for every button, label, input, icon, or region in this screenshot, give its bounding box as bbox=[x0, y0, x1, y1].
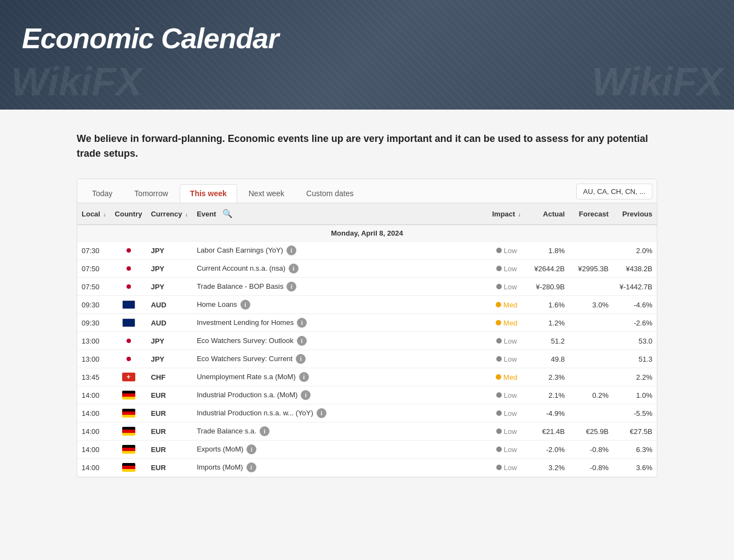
main-content: We believe in forward-planning. Economic… bbox=[66, 110, 668, 500]
cell-country bbox=[111, 332, 147, 350]
impact-label: Low bbox=[504, 247, 517, 255]
cell-forecast bbox=[569, 278, 613, 296]
info-button[interactable]: i bbox=[299, 372, 309, 382]
event-label: Home Loans bbox=[197, 300, 237, 308]
info-button[interactable]: i bbox=[246, 444, 256, 454]
cell-event: Imports (MoM)i bbox=[192, 459, 488, 477]
cell-forecast bbox=[569, 242, 613, 260]
cell-actual: 49.8 bbox=[525, 350, 569, 368]
flag-icon bbox=[122, 409, 135, 418]
cell-currency: EUR bbox=[146, 441, 192, 459]
cell-event: Sentix Investor Confidencei bbox=[192, 477, 488, 478]
impact-label: Low bbox=[504, 265, 517, 273]
cell-event: Current Account n.s.a. (nsa)i bbox=[192, 260, 488, 278]
impact-dot bbox=[496, 447, 502, 452]
cell-time: 07:50 bbox=[77, 260, 111, 278]
cell-impact: Med bbox=[488, 314, 525, 332]
info-button[interactable]: i bbox=[296, 354, 306, 364]
impact-dot bbox=[496, 465, 502, 470]
impact-dot bbox=[496, 392, 502, 398]
info-button[interactable]: i bbox=[297, 336, 307, 346]
cell-time: 14:00 bbox=[77, 459, 111, 477]
tab-next-week[interactable]: Next week bbox=[238, 184, 295, 202]
country-filter-button[interactable]: AU, CA, CH, CN, ... bbox=[576, 184, 652, 199]
calendar-container: Today Tomorrow This week Next week Custo… bbox=[77, 179, 657, 478]
cell-country bbox=[111, 422, 147, 441]
cell-previous: 2.0% bbox=[613, 242, 657, 260]
event-label: Investment Lending for Homes bbox=[197, 318, 294, 327]
tab-this-week[interactable]: This week bbox=[180, 184, 237, 203]
cell-currency: JPY bbox=[146, 278, 192, 296]
tabs-row: Today Tomorrow This week Next week Custo… bbox=[77, 179, 657, 203]
page-title: Economic Calendar bbox=[22, 22, 712, 55]
tab-tomorrow[interactable]: Tomorrow bbox=[124, 184, 178, 202]
event-label: Exports (MoM) bbox=[197, 445, 243, 453]
cell-country bbox=[111, 350, 147, 368]
event-label: Eco Watchers Survey: Outlook bbox=[197, 336, 294, 345]
flag-icon bbox=[122, 264, 135, 273]
flag-icon bbox=[122, 336, 135, 345]
info-button[interactable]: i bbox=[289, 264, 299, 273]
cell-currency: EUR bbox=[146, 386, 192, 404]
cell-currency: JPY bbox=[146, 350, 192, 368]
cell-event: Home Loansi bbox=[192, 296, 488, 314]
info-button[interactable]: i bbox=[286, 245, 296, 255]
info-button[interactable]: i bbox=[286, 282, 296, 292]
cell-event: Unemployment Rate s.a (MoM)i bbox=[192, 368, 488, 386]
info-button[interactable]: i bbox=[317, 408, 326, 418]
table-row: 09:30AUDHome LoansiMed1.6%3.0%-4.6% bbox=[77, 296, 657, 314]
impact-label: Med bbox=[503, 319, 517, 327]
cell-forecast bbox=[569, 477, 613, 478]
cell-currency: EUR bbox=[146, 477, 192, 478]
header-actual: Actual bbox=[525, 203, 569, 225]
cell-time: 14:00 bbox=[77, 386, 111, 404]
cell-currency: EUR bbox=[146, 404, 192, 422]
impact-label: Low bbox=[504, 355, 517, 363]
event-label: Imports (MoM) bbox=[197, 463, 243, 471]
cell-country bbox=[111, 260, 147, 278]
cell-actual: 2.1% bbox=[525, 386, 569, 404]
cell-previous: ¥438.2B bbox=[613, 260, 657, 278]
header-impact[interactable]: Impact ↓ bbox=[488, 203, 525, 225]
cell-currency: AUD bbox=[146, 314, 192, 332]
flag-icon bbox=[122, 427, 135, 436]
table-scroll-container[interactable]: Local ↓ Country Currency ↓ Event 🔍 bbox=[77, 203, 657, 477]
tab-today[interactable]: Today bbox=[82, 184, 123, 202]
info-button[interactable]: i bbox=[240, 300, 250, 310]
cell-time: 09:30 bbox=[77, 296, 111, 314]
info-button[interactable]: i bbox=[246, 462, 256, 472]
cell-country bbox=[111, 404, 147, 422]
cell-currency: EUR bbox=[146, 422, 192, 441]
flag-icon bbox=[122, 463, 135, 472]
impact-label: Low bbox=[504, 445, 517, 454]
cell-previous: -2.6% bbox=[613, 314, 657, 332]
impact-dot bbox=[496, 428, 502, 434]
event-search-icon[interactable]: 🔍 bbox=[222, 209, 233, 218]
flag-icon bbox=[122, 355, 135, 363]
event-label: Trade Balance s.a. bbox=[197, 427, 256, 435]
cell-time: 14:00 bbox=[77, 441, 111, 459]
cell-time: 07:30 bbox=[77, 242, 111, 260]
cell-forecast: 0.2% bbox=[569, 386, 613, 404]
cell-previous: 6.3% bbox=[613, 441, 657, 459]
cell-currency: CHF bbox=[146, 368, 192, 386]
table-row: 07:30JPYLabor Cash Earnings (YoY)iLow1.8… bbox=[77, 242, 657, 260]
currency-sort-arrow: ↓ bbox=[185, 212, 188, 218]
hero-banner: Economic Calendar WikiFX WikiFX bbox=[0, 0, 734, 110]
cell-previous: 2.2% bbox=[613, 368, 657, 386]
info-button[interactable]: i bbox=[260, 426, 269, 436]
cell-forecast: 3.0% bbox=[569, 296, 613, 314]
tab-custom-dates[interactable]: Custom dates bbox=[296, 184, 364, 202]
info-button[interactable]: i bbox=[297, 318, 307, 328]
cell-country bbox=[111, 477, 147, 478]
cell-previous: ¥-1442.7B bbox=[613, 278, 657, 296]
flag-icon bbox=[122, 246, 135, 255]
cell-event: Industrial Production n.s.a. w... (YoY)i bbox=[192, 404, 488, 422]
cell-currency: AUD bbox=[146, 296, 192, 314]
impact-label: Low bbox=[504, 283, 517, 291]
cell-country bbox=[111, 242, 147, 260]
header-currency[interactable]: Currency ↓ bbox=[146, 203, 192, 225]
table-row: 13:00JPYEco Watchers Survey: OutlookiLow… bbox=[77, 332, 657, 350]
header-local[interactable]: Local ↓ bbox=[77, 203, 111, 225]
info-button[interactable]: i bbox=[301, 390, 311, 400]
